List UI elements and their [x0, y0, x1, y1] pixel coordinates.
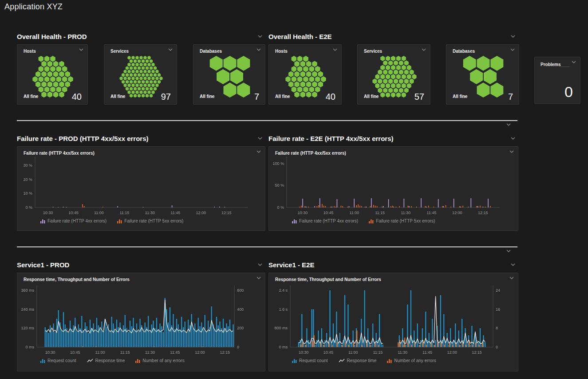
health-tile-databases-e2e[interactable]: DatabasesAll fine7 — [446, 44, 519, 105]
chart-legend: Request countResponse timeNumber of any … — [40, 358, 185, 363]
chevron-down-icon[interactable] — [421, 48, 426, 51]
chevron-down-icon[interactable] — [509, 150, 514, 153]
svg-text:120 ms: 120 ms — [21, 326, 34, 330]
svg-text:0 %: 0 % — [25, 205, 32, 210]
service1-e2e-chart-tile[interactable]: Response time, Throughput and Number of … — [268, 273, 518, 371]
legend-item[interactable]: Failure rate (HTTP 5xx errors) — [117, 219, 183, 223]
honeycomb-health-chart — [115, 55, 167, 98]
svg-text:11:00: 11:00 — [95, 350, 105, 355]
health-tile-hosts-e2e[interactable]: HostsAll fine40 — [268, 44, 342, 105]
bar-legend-icon — [292, 219, 297, 223]
service1-prod-chart-tile[interactable]: Response time, Throughput and Number of … — [17, 273, 265, 371]
health-status-label: All fine — [364, 94, 379, 99]
legend-item[interactable]: Request count — [292, 358, 328, 363]
failure-rate-prod-chart-tile[interactable]: Failure rate (HTTP 4xx/5xx errors) 0 %10… — [17, 146, 265, 231]
svg-text:24: 24 — [496, 288, 500, 293]
chevron-down-icon[interactable] — [168, 48, 173, 51]
chevron-down-icon[interactable] — [257, 263, 263, 266]
section-divider — [17, 120, 517, 121]
bar-legend-icon — [135, 359, 140, 363]
legend-item[interactable]: Failure rate (HTTP 4xx errors) — [292, 219, 358, 223]
chevron-down-icon[interactable] — [256, 276, 261, 280]
legend-item[interactable]: Response time — [87, 358, 125, 363]
svg-text:12:15: 12:15 — [472, 350, 482, 355]
health-tile-databases-prod[interactable]: DatabasesAll fine7 — [193, 44, 265, 105]
chevron-down-icon[interactable] — [571, 60, 576, 64]
svg-text:10:30: 10:30 — [43, 211, 53, 215]
chevron-down-icon[interactable] — [332, 48, 338, 51]
svg-text:360 ms: 360 ms — [21, 288, 34, 293]
section-title: Failure rate - E2E (HTTP 4xx/5xx errors) — [268, 135, 394, 142]
legend-item[interactable]: Failure rate (HTTP 5xx errors) — [369, 219, 435, 223]
chevron-down-icon[interactable] — [510, 263, 516, 266]
svg-text:11:45: 11:45 — [170, 211, 180, 215]
svg-text:10:30: 10:30 — [45, 350, 55, 355]
svg-text:12:15: 12:15 — [478, 211, 488, 215]
chevron-down-icon[interactable] — [506, 123, 511, 126]
section-header-overall-health-e2e: Overall Health - E2E — [268, 32, 518, 41]
svg-text:0: 0 — [496, 345, 498, 349]
svg-text:11:00: 11:00 — [349, 211, 359, 215]
line-legend-icon — [87, 359, 93, 363]
svg-text:2.4 s: 2.4 s — [279, 288, 288, 293]
entity-count: 7 — [254, 92, 259, 102]
legend-item[interactable]: Number of any errors — [135, 358, 184, 363]
health-tile-hosts-prod[interactable]: HostsAll fine40 — [17, 44, 88, 105]
legend-label: Failure rate (HTTP 4xx errors) — [299, 219, 358, 223]
health-tile-label: Services — [110, 49, 129, 54]
service1-prod-plot: 0 ms120 ms240 ms360 ms020040060010:3010:… — [17, 273, 265, 371]
legend-item[interactable]: Response time — [339, 358, 377, 363]
health-tile-label: Databases — [200, 49, 222, 54]
svg-text:10:45: 10:45 — [70, 350, 80, 355]
chevron-down-icon[interactable] — [510, 35, 516, 38]
problems-tile[interactable]: Problems 0 — [534, 57, 580, 104]
problems-count: 0 — [564, 83, 573, 101]
legend-label: Request count — [299, 358, 328, 363]
legend-label: Response time — [347, 358, 377, 363]
failure-rate-e2e-chart-tile[interactable]: Failure rate (HTTP 4xx/5xx errors) 0 %50… — [268, 146, 518, 231]
bar-legend-icon — [387, 359, 392, 363]
svg-text:12:15: 12:15 — [221, 211, 232, 215]
dashboard: Application XYZ Overall Health - PROD Ov… — [0, 0, 588, 379]
chevron-down-icon[interactable] — [79, 48, 84, 51]
chart-title: Response time, Throughput and Number of … — [275, 277, 381, 282]
honeycomb-health-chart — [204, 55, 256, 98]
chevron-down-icon[interactable] — [256, 150, 261, 153]
health-status-label: All fine — [453, 94, 467, 99]
chart-legend: Failure rate (HTTP 4xx errors)Failure ra… — [40, 219, 183, 223]
health-tile-services-prod[interactable]: ServicesAll fine97 — [104, 44, 177, 105]
honeycomb-health-chart — [27, 55, 79, 98]
svg-text:0 %: 0 % — [277, 205, 284, 210]
svg-text:11:00: 11:00 — [94, 211, 104, 215]
legend-item[interactable]: Request count — [40, 358, 76, 363]
problems-trend-placeholder — [560, 66, 569, 67]
chevron-down-icon[interactable] — [257, 35, 263, 38]
svg-text:240 ms: 240 ms — [21, 307, 34, 312]
chevron-down-icon[interactable] — [257, 137, 263, 140]
chevron-down-icon[interactable] — [509, 276, 514, 280]
svg-text:0: 0 — [237, 345, 239, 349]
svg-text:11:45: 11:45 — [426, 211, 436, 215]
chevron-down-icon[interactable] — [256, 48, 261, 51]
health-tile-services-e2e[interactable]: ServicesAll fine57 — [357, 44, 430, 105]
legend-item[interactable]: Number of any errors — [387, 358, 436, 363]
svg-text:11:30: 11:30 — [145, 211, 155, 215]
svg-text:50 %: 50 % — [275, 183, 284, 188]
chevron-down-icon[interactable] — [510, 48, 515, 51]
svg-text:11:30: 11:30 — [401, 211, 410, 215]
svg-text:100 %: 100 % — [272, 161, 284, 166]
legend-item[interactable]: Failure rate (HTTP 4xx errors) — [40, 219, 107, 223]
health-tile-label: Hosts — [275, 49, 288, 54]
legend-label: Failure rate (HTTP 5xx errors) — [124, 219, 183, 223]
svg-text:12:00: 12:00 — [447, 350, 458, 355]
legend-label: Request count — [47, 358, 76, 363]
svg-text:11:30: 11:30 — [398, 350, 407, 355]
svg-text:11:15: 11:15 — [375, 211, 385, 215]
chevron-down-icon[interactable] — [506, 249, 511, 253]
honeycomb-health-chart — [457, 55, 509, 98]
health-status-label: All fine — [110, 94, 125, 99]
health-status-label: All fine — [275, 94, 290, 99]
chevron-down-icon[interactable] — [510, 137, 516, 140]
section-header-overall-health-prod: Overall Health - PROD — [17, 32, 265, 41]
svg-text:10:45: 10:45 — [68, 211, 79, 215]
